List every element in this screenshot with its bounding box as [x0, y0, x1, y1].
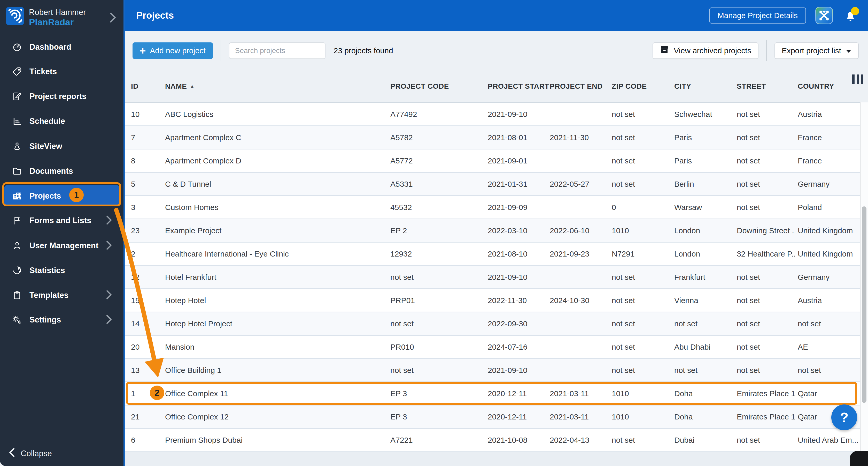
- column-header-name[interactable]: NAME▲: [165, 82, 385, 90]
- column-header-end[interactable]: PROJECT END: [550, 82, 609, 90]
- archive-icon: [660, 45, 669, 56]
- cell-city: Paris: [674, 156, 734, 165]
- chevron-right-icon: [106, 215, 112, 226]
- add-new-project-button[interactable]: + Add new project: [132, 42, 213, 59]
- sidebar-item-label: Templates: [29, 291, 68, 300]
- cell-name: Healthcare International - Eye Clinic: [165, 250, 385, 258]
- column-header-start[interactable]: PROJECT START: [488, 82, 547, 90]
- chevron-right-icon: [106, 315, 112, 325]
- cell-street: not set: [737, 180, 795, 188]
- sidebar-item-project-reports[interactable]: Project reports: [0, 84, 123, 109]
- export-project-list-button[interactable]: Export project list: [774, 42, 859, 59]
- table-row[interactable]: 20MansionPR0102024-07-16not setAbu Dhabi…: [125, 336, 860, 359]
- chevron-right-icon: [106, 240, 112, 251]
- column-header-code[interactable]: PROJECT CODE: [390, 82, 483, 90]
- sidebar-item-label: SiteView: [29, 142, 62, 151]
- sidebar-item-forms-and-lists[interactable]: Forms and Lists: [0, 208, 123, 233]
- cell-city: Doha: [674, 412, 734, 421]
- chevron-left-icon: [9, 448, 15, 459]
- table-row[interactable]: 3Custom Homes455322021-09-090Warsawnot s…: [125, 196, 860, 219]
- table-row[interactable]: 2Healthcare International - Eye Clinic12…: [125, 242, 860, 266]
- cell-zip: not set: [612, 180, 671, 188]
- sidebar-item-siteview[interactable]: SiteView: [0, 134, 123, 159]
- table-row[interactable]: 14Hotep Hotel Projectnot set2022-09-30no…: [125, 312, 860, 336]
- column-header-country[interactable]: COUNTRY: [798, 82, 860, 90]
- sidebar-item-tickets[interactable]: Tickets: [0, 59, 123, 84]
- cell-country: Germany: [798, 180, 860, 188]
- sidebar-item-schedule[interactable]: Schedule: [0, 109, 123, 134]
- cell-zip: 1010: [612, 226, 671, 235]
- cell-name: Hotel Frankfurt: [165, 273, 385, 282]
- sidebar-item-projects[interactable]: Projects1: [0, 184, 123, 208]
- cell-city: not set: [674, 366, 734, 375]
- cell-id: 13: [131, 366, 159, 375]
- cell-end: 2024-10-30: [550, 296, 609, 305]
- cell-id: 15: [131, 296, 159, 305]
- search-input[interactable]: [229, 42, 326, 59]
- cell-end: 2022-04-13: [550, 436, 609, 444]
- planradar-connect-icon[interactable]: [815, 7, 833, 24]
- cell-id: 12: [131, 273, 159, 282]
- cell-country: Austria: [798, 110, 860, 119]
- cell-zip: not set: [612, 110, 671, 119]
- cell-end: 2021-03-11: [550, 412, 609, 421]
- cell-city: Doha: [674, 389, 734, 398]
- column-header-id[interactable]: ID: [131, 82, 159, 90]
- table-row[interactable]: 12Hotel Frankfurtnot set2021-09-10not se…: [125, 266, 860, 289]
- scrollbar-thumb[interactable]: [862, 206, 866, 403]
- table-row[interactable]: 5C & D TunnelA53312021-01-312022-05-27no…: [125, 173, 860, 196]
- sidebar-item-label: Settings: [29, 315, 61, 324]
- cell-city: London: [674, 226, 734, 235]
- sidebar-item-settings[interactable]: Settings: [0, 308, 123, 332]
- sidebar-item-templates[interactable]: Templates: [0, 283, 123, 308]
- cell-city: Warsaw: [674, 203, 734, 212]
- table-row[interactable]: 6Premium Shops DubaiA72212021-10-082022-…: [125, 429, 860, 452]
- table-row[interactable]: 21Office Complex 12EP 32020-12-112021-03…: [125, 406, 860, 429]
- sidebar-item-label: Project reports: [29, 92, 87, 101]
- table-row[interactable]: 1Office Complex 11EP 32020-12-112021-03-…: [125, 382, 860, 406]
- table-row[interactable]: 23Example ProjectEP 22022-03-102022-06-1…: [125, 219, 860, 242]
- view-archived-projects-button[interactable]: View archived projects: [653, 42, 758, 59]
- column-header-zip[interactable]: ZIP CODE: [612, 82, 671, 90]
- sidebar-item-documents[interactable]: Documents: [0, 159, 123, 184]
- cell-id: 8: [131, 156, 159, 165]
- column-header-city[interactable]: CITY: [674, 82, 734, 90]
- sidebar-item-user-management[interactable]: User Management: [0, 233, 123, 258]
- column-header-street[interactable]: STREET: [737, 82, 795, 90]
- table-row[interactable]: 7Apartment Complex CA57822021-08-012021-…: [125, 126, 860, 149]
- table-row[interactable]: 10ABC LogisticsA774922021-09-10not setSc…: [125, 103, 860, 126]
- vertical-scrollbar[interactable]: [860, 103, 868, 466]
- cell-name: Office Complex 11: [165, 389, 385, 398]
- brand-name: PlanRadar: [29, 17, 74, 27]
- caret-down-icon: [846, 46, 851, 55]
- sidebar-item-statistics[interactable]: Statistics: [0, 258, 123, 283]
- table-row[interactable]: 15Hotep HotelPRP012022-11-302024-10-30no…: [125, 289, 860, 312]
- settings-icon: [12, 315, 22, 325]
- table-row[interactable]: 13Office Building 1not set2021-09-10not …: [125, 359, 860, 382]
- table-row[interactable]: 8Apartment Complex DA57722021-09-01not s…: [125, 149, 860, 173]
- cell-name: Example Project: [165, 226, 385, 235]
- cell-start: 2022-09-30: [488, 319, 547, 328]
- manage-project-details-button[interactable]: Manage Project Details: [709, 7, 806, 24]
- cell-city: Schwechat: [674, 110, 734, 119]
- help-button[interactable]: ?: [831, 404, 857, 430]
- cell-id: 23: [131, 226, 159, 235]
- cell-start: 2021-01-31: [488, 180, 547, 188]
- cell-country: Germany: [798, 273, 860, 282]
- chevron-right-icon: [106, 290, 112, 300]
- cell-id: 10: [131, 110, 159, 119]
- collapse-button[interactable]: Collapse: [9, 448, 52, 459]
- column-settings-icon[interactable]: [852, 75, 863, 84]
- cell-id: 21: [131, 412, 159, 421]
- account-header[interactable]: Robert Hammer PlanRadar: [0, 0, 123, 39]
- notifications-button[interactable]: [842, 6, 860, 25]
- cell-code: A5331: [390, 180, 483, 188]
- sidebar-item-dashboard[interactable]: Dashboard: [0, 35, 123, 59]
- sidebar-item-label: User Management: [29, 241, 98, 250]
- cell-code: PR010: [390, 343, 483, 351]
- cell-city: Paris: [674, 133, 734, 142]
- cell-country: France: [798, 156, 860, 165]
- schedule-icon: [12, 116, 22, 126]
- cell-code: EP 3: [390, 389, 483, 398]
- cell-start: 2021-10-08: [488, 436, 547, 444]
